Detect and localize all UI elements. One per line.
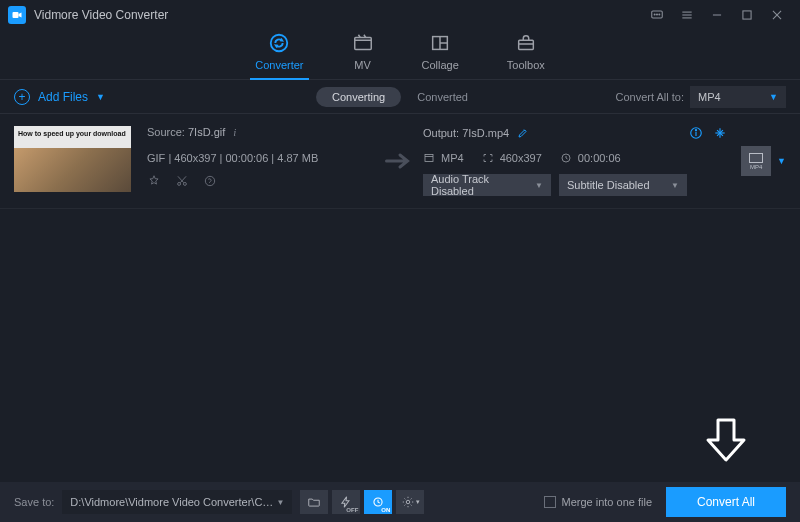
- chevron-down-icon: ▼: [96, 92, 105, 102]
- info-output-icon[interactable]: [689, 126, 703, 140]
- file-item: How to speed up your download Source: 7I…: [0, 114, 800, 209]
- source-meta: GIF | 460x397 | 00:00:06 | 4.87 MB: [147, 152, 377, 164]
- thumbnail-caption: How to speed up your download: [18, 130, 127, 138]
- hardware-accel-button[interactable]: OFF: [332, 490, 360, 514]
- subtab-converted[interactable]: Converted: [401, 87, 484, 107]
- svg-point-4: [659, 14, 660, 15]
- format-value: MP4: [698, 91, 721, 103]
- video-icon: [749, 153, 763, 163]
- tab-label: Collage: [422, 59, 459, 71]
- trim-button[interactable]: [175, 174, 189, 188]
- saveto-label: Save to:: [14, 496, 54, 508]
- chevron-down-icon: ▼: [276, 498, 284, 507]
- spec-value: 460x397: [500, 152, 542, 164]
- sub-bar: + Add Files ▼ Converting Converted Conve…: [0, 80, 800, 114]
- chevron-down-icon: ▼: [671, 181, 679, 190]
- spec-duration: 00:00:06: [560, 152, 621, 164]
- info-icon[interactable]: i: [233, 126, 236, 138]
- format-badge: MP4: [750, 164, 762, 170]
- menu-icon[interactable]: [676, 4, 698, 26]
- audio-track-dropdown[interactable]: Audio Track Disabled▼: [423, 174, 551, 196]
- dd-value: Subtitle Disabled: [567, 179, 650, 191]
- status-sub: OFF: [346, 507, 358, 513]
- output-column: Output: 7IsD.mp4 MP4 460x397 00:00:06 Au…: [423, 126, 727, 196]
- converter-icon: [268, 31, 290, 55]
- subtab-label: Converted: [417, 91, 468, 103]
- feedback-icon[interactable]: [646, 4, 668, 26]
- maximize-icon[interactable]: [736, 4, 758, 26]
- app-logo-icon: [8, 6, 26, 24]
- svg-rect-13: [354, 38, 371, 50]
- subtitle-dropdown[interactable]: Subtitle Disabled▼: [559, 174, 687, 196]
- plus-circle-icon: +: [14, 89, 30, 105]
- save-path-value: D:\Vidmore\Vidmore Video Converter\Conve…: [70, 496, 276, 508]
- svg-point-23: [695, 130, 696, 131]
- svg-point-19: [183, 182, 186, 185]
- subtab-label: Converting: [332, 91, 385, 103]
- spec-value: MP4: [441, 152, 464, 164]
- tab-label: Toolbox: [507, 59, 545, 71]
- svg-rect-28: [425, 155, 433, 162]
- tab-label: Converter: [255, 59, 303, 71]
- item-format-button[interactable]: MP4: [741, 146, 771, 176]
- source-filename: 7IsD.gif: [188, 126, 225, 138]
- mv-icon: [352, 31, 374, 55]
- compress-icon[interactable]: [713, 126, 727, 140]
- output-format-dropdown[interactable]: MP4 ▼: [690, 86, 786, 108]
- merge-checkbox[interactable]: Merge into one file: [544, 496, 653, 508]
- tab-converter[interactable]: Converter: [255, 29, 303, 79]
- arrow-icon: [377, 126, 423, 196]
- status-sub: ON: [381, 507, 390, 513]
- sub-tabs: Converting Converted: [316, 87, 484, 107]
- output-label: Output:: [423, 127, 459, 139]
- collage-icon: [429, 31, 451, 55]
- svg-point-2: [654, 14, 655, 15]
- convert-all-button[interactable]: Convert All: [666, 487, 786, 517]
- convert-label: Convert All: [697, 495, 755, 509]
- enhance-button[interactable]: [147, 174, 161, 188]
- thumbnail-image: [14, 148, 131, 192]
- edit-button[interactable]: [203, 174, 217, 188]
- merge-label: Merge into one file: [562, 496, 653, 508]
- add-files-button[interactable]: + Add Files ▼: [14, 89, 105, 105]
- chevron-down-icon: ▾: [416, 498, 420, 506]
- spec-format: MP4: [423, 152, 464, 164]
- svg-rect-9: [743, 11, 751, 19]
- source-column: Source: 7IsD.gif i GIF | 460x397 | 00:00…: [147, 126, 377, 196]
- svg-rect-17: [518, 40, 533, 49]
- spec-resolution: 460x397: [482, 152, 542, 164]
- main-nav: Converter MV Collage Toolbox: [0, 30, 800, 80]
- tab-toolbox[interactable]: Toolbox: [507, 29, 545, 79]
- open-folder-button[interactable]: [300, 490, 328, 514]
- file-thumbnail[interactable]: How to speed up your download: [14, 126, 131, 192]
- high-speed-button[interactable]: ON: [364, 490, 392, 514]
- svg-point-12: [271, 35, 288, 52]
- tab-label: MV: [354, 59, 371, 71]
- add-files-label: Add Files: [38, 90, 88, 104]
- rename-icon[interactable]: [517, 127, 529, 139]
- hint-arrow-icon: [704, 416, 748, 468]
- svg-point-32: [406, 500, 410, 504]
- output-filename: 7IsD.mp4: [462, 127, 509, 139]
- chevron-down-icon[interactable]: ▼: [777, 156, 786, 166]
- svg-point-3: [657, 14, 658, 15]
- toolbox-icon: [515, 31, 537, 55]
- svg-rect-0: [13, 12, 19, 18]
- tab-collage[interactable]: Collage: [422, 29, 459, 79]
- close-icon[interactable]: [766, 4, 788, 26]
- checkbox-icon: [544, 496, 556, 508]
- settings-button[interactable]: ▾: [396, 490, 424, 514]
- minimize-icon[interactable]: [706, 4, 728, 26]
- footer-bar: Save to: D:\Vidmore\Vidmore Video Conver…: [0, 482, 800, 522]
- svg-point-18: [178, 182, 181, 185]
- subtab-converting[interactable]: Converting: [316, 87, 401, 107]
- tab-mv[interactable]: MV: [352, 29, 374, 79]
- convert-all-to-label: Convert All to:: [616, 91, 684, 103]
- svg-point-20: [205, 176, 214, 185]
- chevron-down-icon: ▼: [769, 92, 786, 102]
- title-bar: Vidmore Video Converter: [0, 0, 800, 30]
- chevron-down-icon: ▼: [535, 181, 543, 190]
- app-title: Vidmore Video Converter: [34, 8, 168, 22]
- dd-value: Audio Track Disabled: [431, 173, 525, 197]
- save-path-dropdown[interactable]: D:\Vidmore\Vidmore Video Converter\Conve…: [62, 490, 292, 514]
